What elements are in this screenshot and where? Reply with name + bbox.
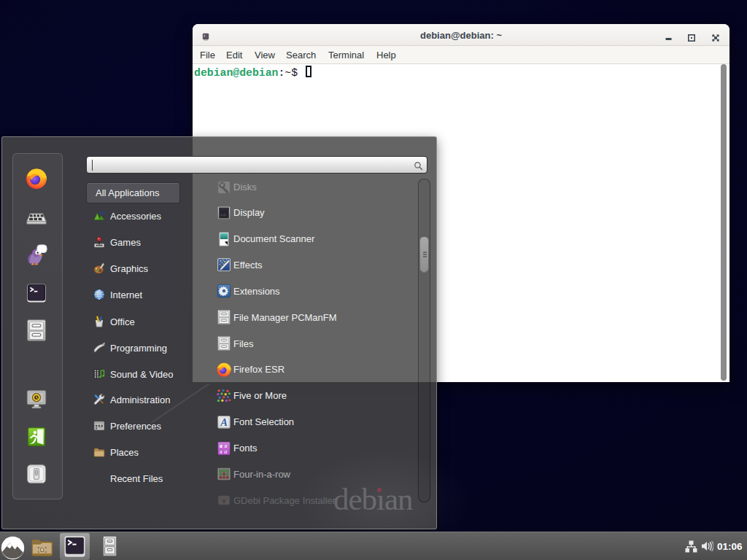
svg-text:a: a: [220, 448, 222, 454]
svg-text:a: a: [224, 448, 227, 454]
svg-text:A: A: [220, 416, 228, 427]
